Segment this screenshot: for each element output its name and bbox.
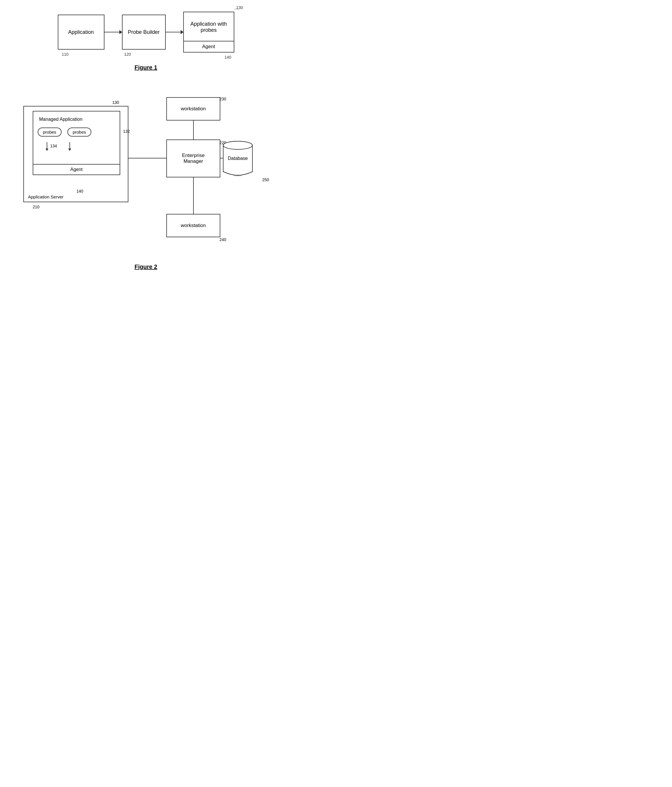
arrow-line-1 (104, 32, 122, 32)
probe-pill-1: probes (38, 128, 62, 137)
app-with-probes-box: Application with probes Agent (183, 12, 234, 52)
ref-140-fig2: 140 (76, 189, 83, 193)
probe-builder-box: Probe Builder (122, 14, 166, 50)
line-enterprise-workstation-bottom (193, 177, 194, 214)
arrow-1 (104, 32, 122, 32)
line-workstation-top-enterprise (193, 120, 194, 139)
ref-110: 110 (62, 52, 69, 57)
arrow-probe2-agent (68, 142, 71, 151)
probe-builder-label: Probe Builder (128, 29, 160, 35)
fig2-diagram: 130 Managed Application probes probes 13… (17, 88, 274, 258)
ref-134: 134 (50, 144, 57, 148)
ref-132: 132 (123, 129, 130, 134)
application-server-label: Application Server (28, 194, 63, 199)
fig2-caption: Figure 2 (134, 264, 157, 270)
ref-130-fig2: 130 (112, 100, 119, 105)
agent-label-fig2: Agent (70, 167, 82, 172)
database-label: Database (228, 156, 248, 161)
figure1-container: Application 110 Probe Builder 120 130 ⌒ (17, 12, 274, 71)
enterprise-manager-box: Enterprise Manager (166, 139, 220, 177)
ref-250: 250 (262, 177, 269, 182)
arrow-2 (166, 32, 183, 32)
application-label: Application (68, 29, 94, 35)
probe-pill-2: probes (67, 128, 91, 137)
fig1-caption: Figure 1 (134, 64, 157, 71)
ref-140-fig1: 140 (225, 55, 231, 60)
workstation-bottom-box: workstation (166, 214, 220, 237)
arrow-probe1-agent (46, 142, 49, 151)
agent-section-fig1: Agent (184, 41, 234, 52)
probes-label-1: probes (43, 130, 56, 134)
app-with-probes-label: Application with probes (187, 21, 231, 33)
database-container: Database (219, 139, 257, 177)
figure2-container: 130 Managed Application probes probes 13… (17, 88, 274, 270)
application-box: Application (58, 14, 104, 50)
ref-210: 210 (33, 205, 40, 209)
workstation-top-box: workstation (166, 97, 220, 120)
fig1-diagram: Application 110 Probe Builder 120 130 ⌒ (58, 12, 234, 52)
ref-120: 120 (124, 52, 131, 57)
ref-230: 230 (220, 96, 226, 101)
managed-application-label: Managed Application (39, 117, 82, 122)
svg-point-7 (223, 141, 252, 149)
probe-row: probes probes (38, 128, 91, 137)
app-server-inner-box: Managed Application probes probes 132 (33, 111, 120, 175)
ref-240: 240 (220, 237, 226, 242)
workstation-bottom-label: workstation (181, 223, 206, 229)
app-with-probes-top: Application with probes (184, 12, 234, 41)
arrow-line-2 (166, 32, 183, 32)
line-app-server-enterprise (128, 158, 166, 158)
enterprise-manager-label: Enterprise Manager (182, 153, 204, 164)
workstation-top-label: workstation (181, 106, 206, 112)
agent-label-fig1: Agent (202, 44, 215, 49)
app-server-outer-box: 130 Managed Application probes probes 13… (23, 106, 128, 202)
probes-label-2: probes (73, 130, 86, 134)
agent-section-fig2: Agent (33, 164, 120, 174)
